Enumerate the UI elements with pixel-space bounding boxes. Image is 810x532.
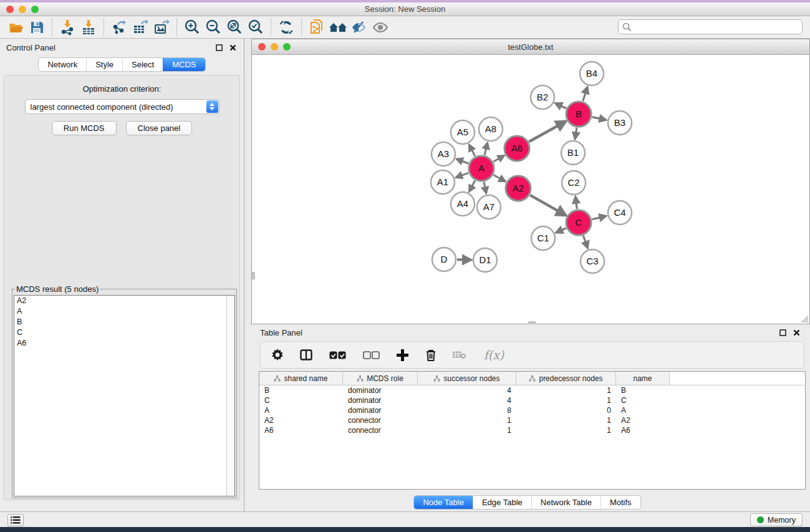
table-row[interactable]: A6connector11A6 — [259, 425, 805, 435]
graph-node-B2[interactable]: B2 — [531, 85, 554, 109]
search-input[interactable] — [618, 19, 803, 34]
table-settings-gear-icon[interactable] — [271, 348, 284, 362]
graph-edge-B-B3[interactable] — [592, 117, 607, 120]
table-cell[interactable]: 1 — [418, 425, 516, 435]
tab-network[interactable]: Network — [39, 58, 86, 71]
import-table-icon[interactable] — [78, 18, 99, 37]
table-tab-node-table[interactable]: Node Table — [414, 496, 473, 509]
export-table-icon[interactable] — [130, 18, 151, 37]
table-tab-edge-table[interactable]: Edge Table — [473, 496, 531, 509]
graph-node-A8[interactable]: A8 — [479, 117, 503, 141]
criterion-select[interactable]: largest connected component (directed) — [25, 99, 219, 114]
table-cell[interactable]: A2 — [259, 415, 343, 425]
table-cell[interactable]: A2 — [616, 415, 670, 425]
graph-edge-B-B1[interactable] — [575, 128, 577, 139]
result-list-item[interactable]: A — [14, 306, 234, 317]
table-cell[interactable]: 4 — [418, 385, 516, 395]
canvas-vscroll-marker[interactable] — [252, 272, 255, 279]
delete-table-icon[interactable] — [453, 348, 466, 362]
graph-edge-C-C1[interactable] — [556, 228, 566, 233]
main-titlebar[interactable]: Session: New Session — [0, 2, 810, 16]
column-header-name[interactable]: name — [616, 372, 670, 385]
graph-node-A4[interactable]: A4 — [451, 192, 475, 216]
graph-node-D1[interactable]: D1 — [473, 248, 497, 272]
table-cell[interactable]: 1 — [516, 415, 616, 425]
graph-edge-A-A2[interactable] — [493, 175, 505, 181]
home-views-icon[interactable] — [327, 18, 349, 37]
copy-network-icon[interactable] — [306, 18, 327, 37]
table-cell[interactable]: A — [259, 405, 343, 415]
close-panel-icon[interactable] — [228, 42, 238, 52]
graph-node-C2[interactable]: C2 — [562, 171, 586, 195]
show-graphics-details-icon[interactable] — [370, 18, 391, 37]
column-header-MCDS-role[interactable]: MCDS role — [343, 372, 418, 385]
graph-node-C4[interactable]: C4 — [608, 201, 632, 225]
table-cell[interactable]: A6 — [616, 425, 670, 435]
table-cell[interactable]: A — [616, 405, 670, 415]
graph-edge-C-C2[interactable] — [576, 196, 577, 209]
graph-node-A6[interactable]: A6 — [504, 136, 529, 161]
table-cell[interactable]: B — [616, 385, 670, 395]
table-cell[interactable]: 0 — [516, 405, 616, 415]
table-close-panel-icon[interactable] — [791, 327, 801, 337]
hide-graphics-details-icon[interactable] — [349, 18, 370, 37]
table-row[interactable]: Bdominator41B — [259, 385, 805, 395]
tab-select[interactable]: Select — [122, 58, 163, 71]
graph-node-B1[interactable]: B1 — [561, 141, 585, 165]
table-cell[interactable]: connector — [343, 425, 418, 435]
result-list-scrollbar[interactable] — [226, 296, 234, 496]
graph-node-B[interactable]: B — [566, 102, 591, 127]
result-list-item[interactable]: B — [14, 317, 234, 327]
table-cell[interactable]: A6 — [259, 425, 343, 435]
graph-node-A1[interactable]: A1 — [431, 170, 455, 194]
function-builder-icon[interactable]: f(x) — [481, 348, 506, 362]
table-tab-motifs[interactable]: Motifs — [600, 496, 640, 509]
export-image-icon[interactable] — [151, 18, 172, 37]
run-mcds-button[interactable]: Run MCDS — [52, 121, 117, 135]
zoom-fit-icon[interactable] — [224, 18, 245, 37]
table-tab-network-table[interactable]: Network Table — [531, 496, 600, 509]
graph-node-A3[interactable]: A3 — [432, 142, 455, 166]
graph-edge-C-C3[interactable] — [583, 236, 587, 249]
table-cell[interactable]: 1 — [516, 395, 616, 405]
graph-node-C3[interactable]: C3 — [581, 249, 604, 273]
graph-edge-A-A7[interactable] — [484, 182, 486, 194]
resize-grip-icon[interactable] — [800, 314, 809, 323]
graph-node-D[interactable]: D — [432, 248, 456, 271]
table-cell[interactable]: B — [259, 385, 343, 395]
table-cell[interactable]: 8 — [418, 405, 516, 415]
select-all-columns-icon[interactable] — [328, 348, 347, 362]
network-graph[interactable]: AA1A2A3A4A5A6A7A8BB1B2B3B4CC1C2C3C4DD1 — [252, 55, 809, 323]
create-column-icon[interactable] — [395, 348, 409, 362]
table-cell[interactable]: 1 — [516, 385, 616, 395]
result-list-item[interactable]: A6 — [14, 338, 234, 349]
graph-edge-A-A6[interactable] — [493, 155, 504, 162]
graph-edge-C-C4[interactable] — [592, 216, 606, 220]
graph-edge-A2-C[interactable] — [530, 195, 566, 216]
delete-columns-icon[interactable] — [424, 348, 438, 362]
graph-edge-A-A1[interactable] — [456, 173, 469, 177]
graph-edge-A-A8[interactable] — [485, 142, 488, 155]
graph-node-C[interactable]: C — [566, 210, 591, 235]
save-icon[interactable] — [26, 18, 47, 37]
unselect-all-columns-icon[interactable] — [362, 348, 380, 362]
column-header-shared-name[interactable]: shared name — [259, 372, 343, 385]
table-float-panel-icon[interactable] — [778, 327, 788, 337]
table-cell[interactable]: dominator — [343, 405, 418, 415]
table-cell[interactable]: C — [259, 395, 343, 405]
apply-layout-icon[interactable] — [276, 18, 297, 37]
zoom-out-icon[interactable] — [203, 18, 224, 37]
graph-edge-A-A5[interactable] — [469, 145, 475, 157]
change-table-mode-icon[interactable] — [299, 348, 313, 362]
table-cell[interactable]: connector — [343, 415, 418, 425]
column-header-successor-nodes[interactable]: successor nodes — [418, 372, 516, 385]
network-canvas[interactable]: AA1A2A3A4A5A6A7A8BB1B2B3B4CC1C2C3C4DD1 — [251, 55, 810, 324]
zoom-selected-icon[interactable] — [245, 18, 266, 37]
table-row[interactable]: Adominator80A — [259, 405, 805, 415]
table-cell[interactable]: 1 — [418, 415, 516, 425]
table-cell[interactable]: 4 — [418, 395, 516, 405]
graph-edge-A6-B[interactable] — [529, 121, 566, 142]
graph-node-A[interactable]: A — [469, 156, 494, 181]
open-folder-icon[interactable] — [5, 18, 26, 37]
tab-style[interactable]: Style — [86, 58, 122, 71]
